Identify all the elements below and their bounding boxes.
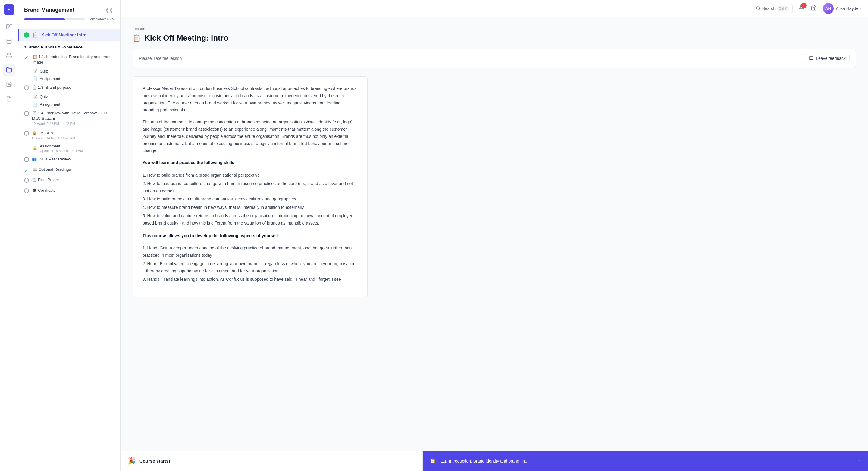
skill-item-4: 4. How to measure brand health in new wa… <box>143 203 358 212</box>
skills-list: 1. How to build brands from a broad orga… <box>143 171 358 228</box>
rate-banner: Please, rate the lesson Leave feedback <box>132 49 856 68</box>
lesson-title-row: 📋 Kick Off Meeting: Intro <box>132 33 856 43</box>
next-arrow-icon: → <box>855 458 861 464</box>
progress-text: Completed: 6 / 9 <box>88 17 114 21</box>
skill-item-3: 3. How to build brands in multi-brand co… <box>143 195 358 203</box>
aspect-item-2: 2. Heart. Be motivated to engage in deli… <box>143 260 358 275</box>
course-starts-label: Course starts! <box>140 458 170 464</box>
sidebar-title-text: Brand Management <box>24 7 74 13</box>
quiz-2-label: Quiz <box>40 95 48 99</box>
search-icon <box>755 6 761 11</box>
search-button[interactable]: Search Ctrl K <box>752 4 793 13</box>
course-starts-section: 🎉 Course starts! <box>121 451 423 471</box>
feedback-icon <box>809 56 813 61</box>
assignment-3-icon: 🔒 <box>33 146 37 150</box>
active-item-icon: 📋 <box>32 32 38 38</box>
sidebar-item-1-5[interactable]: 🔒1.5. 3E's Opens at 14 March 10:20 AM <box>18 128 120 142</box>
item-1-3-title: 📋1.3. Brand purpose <box>32 85 114 90</box>
icon-rail: E <box>0 0 18 471</box>
rail-icon-calendar[interactable] <box>3 35 15 47</box>
sidebar-item-assignment-2[interactable]: 📄 Assignment <box>18 101 120 108</box>
skill-item-2: 2. How to lead brand-led culture change … <box>143 180 358 195</box>
assignment-1-label: Assignment <box>40 76 60 81</box>
assignment-2-icon: 📄 <box>33 102 37 106</box>
home-icon <box>811 4 817 10</box>
progress-bar-fill <box>24 19 65 20</box>
item-1-1-title: 📋1.1. Introduction. Brand identity and b… <box>33 54 114 65</box>
rail-icon-save[interactable] <box>3 78 15 90</box>
aspects-heading: This course allows you to develop the fo… <box>143 233 279 238</box>
sidebar-active-item[interactable]: ✓ 📋 Kick Off Meeting: Intro <box>18 29 120 41</box>
next-lesson-icon: 📋 <box>430 458 436 464</box>
rail-icon-folder[interactable] <box>3 64 15 76</box>
top-nav: Search Ctrl K 4 AH Alisa Hayden <box>121 0 868 17</box>
search-label: Search <box>762 6 776 11</box>
skill-item-1: 1. How to build brands from a broad orga… <box>143 171 358 180</box>
optional-title: 📖Optional Readings <box>33 167 114 172</box>
sidebar-item-assignment-1[interactable]: 📄 Assignment <box>18 75 120 82</box>
content-para-2: The aim of the course is to change the c… <box>143 119 358 155</box>
quiz-1-label: Quiz <box>40 69 48 73</box>
aspect-item-1: 1. Head. Gain a deeper understanding of … <box>143 244 358 260</box>
lesson-title-icon: 📋 <box>132 34 141 42</box>
lesson-content-area: Lesson 📋 Kick Off Meeting: Intro Please,… <box>121 17 868 450</box>
rate-text: Please, rate the lesson <box>139 56 182 61</box>
rail-icon-notes[interactable] <box>3 93 15 105</box>
sidebar-item-quiz-2[interactable]: 📝 Quiz <box>18 93 120 101</box>
peer-review-title: 👥. 3E's Peer Review <box>32 157 114 162</box>
sidebar-item-1-4[interactable]: 📋1.4. Interview with David Kershaw, CEO,… <box>18 108 120 128</box>
assignment-2-label: Assignment <box>40 102 60 106</box>
home-button[interactable] <box>811 4 817 12</box>
assignment-3-date: Opens at 15 March 10:21 AM <box>40 149 83 153</box>
svg-point-9 <box>756 7 760 10</box>
sidebar-item-assignment-3[interactable]: 🔒 Assignment Opens at 15 March 10:21 AM <box>18 142 120 154</box>
sidebar-item-quiz-1[interactable]: 📝 Quiz <box>18 67 120 75</box>
main-area: Search Ctrl K 4 AH Alisa Hayden Lesson 📋… <box>121 0 868 471</box>
status-icon-cert <box>24 189 29 193</box>
sidebar-collapse-button[interactable]: ❮❮ <box>104 6 114 14</box>
user-name: Alisa Hayden <box>836 6 861 11</box>
active-check-icon: ✓ <box>24 32 29 38</box>
quiz-2-icon: 📝 <box>33 95 37 99</box>
content-para-1: Professor Nader Tavassoli of London Busi… <box>143 85 358 114</box>
sidebar-item-1-3[interactable]: 📋1.3. Brand purpose <box>18 82 120 93</box>
item-1-5-title: 🔒1.5. 3E's <box>32 130 114 136</box>
search-shortcut: Ctrl K <box>777 6 789 10</box>
app-logo[interactable]: E <box>3 4 15 15</box>
status-icon-optional: ✓ <box>24 167 30 172</box>
item-1-5-date: Opens at 14 March 10:20 AM <box>32 136 114 140</box>
rail-icon-users[interactable] <box>3 49 15 61</box>
assignment-3-label: Assignment <box>40 144 83 148</box>
sidebar-header: Brand Management ❮❮ Completed: 6 / 9 <box>18 0 120 25</box>
sidebar-item-1-1[interactable]: ✓ 📋1.1. Introduction. Brand identity and… <box>18 52 120 67</box>
svg-point-6 <box>7 53 9 55</box>
sidebar-item-final[interactable]: 📋Final Project <box>18 175 120 185</box>
notification-button[interactable]: 4 <box>799 4 805 12</box>
status-icon-pending-1-3 <box>24 86 29 90</box>
sidebar: Brand Management ❮❮ Completed: 6 / 9 ✓ 📋… <box>18 0 121 471</box>
skills-heading: You will learn and practice the followin… <box>143 160 236 165</box>
active-item-label: Kick Off Meeting: Intro <box>41 33 87 37</box>
sidebar-item-certificate[interactable]: 🎓Certificate <box>18 186 120 196</box>
leave-feedback-button[interactable]: Leave feedback <box>805 54 849 63</box>
svg-rect-2 <box>7 39 11 43</box>
lesson-breadcrumb: Lesson <box>132 27 856 31</box>
next-lesson-label: 1.1. Introduction. Brand identity and br… <box>441 459 850 464</box>
sidebar-item-peer-review[interactable]: 👥. 3E's Peer Review <box>18 154 120 164</box>
next-lesson-button[interactable]: 📋 1.1. Introduction. Brand identity and … <box>423 451 868 471</box>
status-icon-completed: ✓ <box>24 55 30 60</box>
status-icon-pending-1-4 <box>24 111 29 116</box>
rail-icon-edit[interactable] <box>3 21 15 33</box>
quiz-icon: 📝 <box>33 69 37 73</box>
user-avatar: AH <box>823 3 834 14</box>
section-1-heading: 1. Brand Purpose & Experience <box>18 41 120 52</box>
item-1-4-title: 📋1.4. Interview with David Kershaw, CEO,… <box>32 110 114 121</box>
item-1-4-date: 19 March 2:42 PM – 4:42 PM <box>32 122 114 126</box>
skill-item-5: 5. How to value and capture returns to b… <box>143 212 358 228</box>
svg-line-10 <box>759 9 760 10</box>
feedback-btn-label: Leave feedback <box>816 56 846 61</box>
sidebar-item-optional[interactable]: ✓ 📖Optional Readings <box>18 164 120 175</box>
assignment-1-icon: 📄 <box>33 76 37 81</box>
user-area[interactable]: AH Alisa Hayden <box>823 3 861 14</box>
progress-bar <box>24 19 85 20</box>
